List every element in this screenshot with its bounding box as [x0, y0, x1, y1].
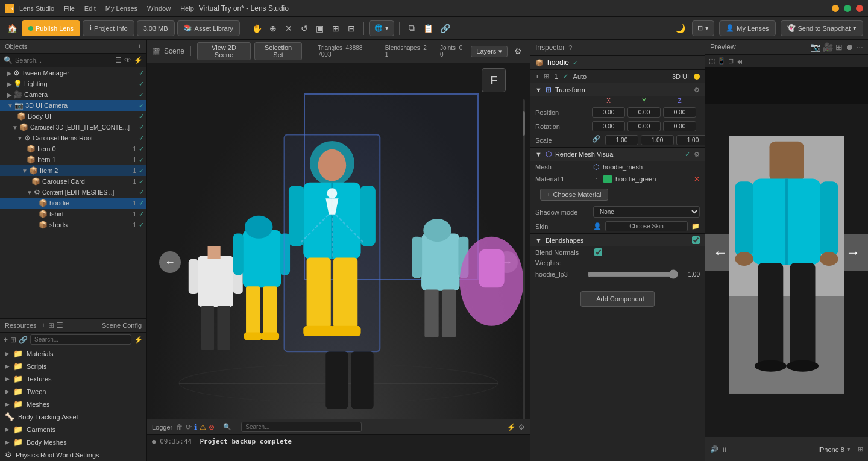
record-icon[interactable]: ⏺	[845, 42, 854, 52]
filter-icon[interactable]: ⚡	[134, 56, 143, 64]
filter-res-icon[interactable]: ⚡	[134, 336, 143, 344]
list-view-icon[interactable]: ☰	[57, 321, 63, 330]
home-icon[interactable]: 🏠	[5, 21, 19, 36]
weight-slider[interactable]	[587, 269, 678, 279]
add-component-icon[interactable]: +	[535, 73, 539, 80]
send-to-snapchat-button[interactable]: 👻 Send to Snapchat ▾	[781, 20, 863, 36]
night-mode-icon[interactable]: 🌙	[673, 21, 687, 36]
paste-icon[interactable]: 📋	[421, 21, 436, 36]
preview-tool-1[interactable]: ⬚	[709, 57, 715, 65]
visibility-check[interactable]: ✓	[139, 113, 144, 121]
maximize-button[interactable]	[844, 5, 851, 12]
tree-item-carousel-card[interactable]: 📦 Carousel Card 1 ✓	[0, 176, 146, 187]
rotate-tool-icon[interactable]: ✕	[281, 21, 296, 36]
rotation-y-input[interactable]	[627, 121, 661, 131]
shadow-mode-select[interactable]: None	[593, 206, 700, 218]
list-view-icon[interactable]: ☰	[115, 56, 122, 64]
info-log-icon[interactable]: ℹ	[194, 423, 197, 431]
visibility-check[interactable]: ✓	[139, 178, 144, 186]
resource-body-meshes[interactable]: ▶ 📁 Body Meshes	[0, 436, 146, 448]
resource-meshes[interactable]: ▶ 📁 Meshes	[0, 398, 146, 410]
scale-z-input[interactable]	[676, 135, 705, 145]
visibility-check[interactable]: ✓	[139, 145, 144, 153]
resource-scripts[interactable]: ▶ 📁 Scripts	[0, 360, 146, 372]
asset-library-button[interactable]: 📚 Asset Library	[177, 20, 240, 36]
warn-log-icon[interactable]: ⚠	[200, 423, 206, 431]
menu-window[interactable]: Window	[147, 5, 171, 12]
scale-y-input[interactable]	[641, 135, 674, 145]
pause-icon[interactable]: ⏸	[721, 446, 728, 453]
view-dropdown[interactable]: 🌐 ▾	[369, 20, 394, 36]
project-info-button[interactable]: ℹ Project Info	[83, 20, 134, 36]
tree-item-camera[interactable]: ▶ 🎥 Camera ✓	[0, 89, 146, 100]
import-icon[interactable]: ⊞	[10, 336, 16, 344]
blendshapes-header[interactable]: ▼ Blendshapes	[530, 234, 705, 246]
add-component-button[interactable]: + Add Component	[580, 291, 654, 307]
menu-lens-studio[interactable]: Lens Studio	[19, 5, 54, 12]
material-delete-icon[interactable]: ✕	[694, 175, 700, 183]
resource-materials[interactable]: ▶ 📁 Materials	[0, 347, 146, 360]
scene-3d-view[interactable]: ← → F	[147, 63, 530, 461]
skin-folder-icon[interactable]: 📁	[691, 222, 700, 230]
scene-settings-icon[interactable]: ⚙	[511, 44, 525, 58]
rotation-x-input[interactable]	[592, 121, 625, 131]
screenshot-icon[interactable]: 📷	[810, 42, 820, 52]
camera-preview-icon[interactable]: 🎥	[823, 42, 833, 52]
logger-search-input[interactable]	[241, 422, 362, 432]
menu-file[interactable]: File	[64, 5, 75, 12]
visibility-check[interactable]: ✓	[139, 167, 144, 175]
resource-textures[interactable]: ▶ 📁 Textures	[0, 372, 146, 385]
inspector-help-icon[interactable]: ?	[568, 44, 572, 51]
tree-item-tween-manager[interactable]: ▶ ⚙ Tween Manager ✓	[0, 67, 146, 78]
select-tool-icon[interactable]: ⊕	[266, 21, 280, 36]
choose-skin-button[interactable]: Choose Skin	[605, 221, 688, 231]
clear-log-icon[interactable]: 🗑	[176, 423, 183, 431]
move-tool-icon[interactable]: ✋	[250, 21, 265, 36]
scale-x-input[interactable]	[605, 135, 638, 145]
link-res-icon[interactable]: 🔗	[19, 336, 28, 344]
visibility-check[interactable]: ✓	[139, 210, 144, 218]
render-mesh-settings-icon[interactable]: ⚙	[694, 151, 700, 158]
menu-help[interactable]: Help	[180, 5, 194, 12]
position-y-input[interactable]	[627, 107, 661, 118]
tree-item-3dui-camera[interactable]: ▼ 📷 3D UI Camera ✓	[0, 100, 146, 111]
resource-garments[interactable]: ▶ 📁 Garments	[0, 423, 146, 436]
resource-body-tracking[interactable]: 🦴 Body Tracking Asset	[0, 410, 146, 423]
visibility-check[interactable]: ✓	[139, 124, 144, 131]
visibility-check[interactable]: ✓	[139, 221, 144, 229]
tree-item-item0[interactable]: 📦 Item 0 1 ✓	[0, 143, 146, 154]
position-x-input[interactable]	[592, 107, 625, 118]
render-mesh-check[interactable]: ✓	[685, 151, 690, 158]
visibility-check[interactable]: ✓	[139, 91, 144, 99]
visibility-check[interactable]: ✓	[139, 80, 144, 88]
tree-item-body-ui[interactable]: 📦 Body UI ✓	[0, 111, 146, 122]
tree-item-carousel3d[interactable]: ▼ 📦 Carousel 3D [EDIT_ITEM_CONTE...] ✓	[0, 122, 146, 133]
more-preview-icon[interactable]: ···	[856, 42, 863, 52]
filter-log-icon[interactable]: ⚡	[507, 423, 516, 431]
blend-normals-check[interactable]	[594, 248, 602, 256]
audio-icon[interactable]: 🔊	[710, 445, 719, 453]
minimize-button[interactable]	[832, 5, 839, 12]
publish-lens-button[interactable]: Publish Lens	[22, 20, 80, 36]
layout-dropdown[interactable]: ⊞ ▾	[692, 20, 714, 36]
settings-log-icon[interactable]: ⚙	[518, 423, 525, 431]
view-2d-scene-button[interactable]: View 2D Scene	[197, 42, 251, 60]
close-button[interactable]	[856, 5, 863, 12]
resource-tween[interactable]: ▶ 📁 Tween	[0, 385, 146, 398]
error-log-icon[interactable]: ⊗	[209, 423, 215, 431]
preview-tool-2[interactable]: 📱	[717, 57, 726, 65]
rect-tool-icon[interactable]: ▣	[313, 21, 327, 36]
scroll-log-icon[interactable]: ⟳	[186, 423, 192, 431]
resource-physics[interactable]: ⚙ Physics Root World Settings	[0, 448, 146, 461]
render-mesh-header[interactable]: ▼ ⬡ Render Mesh Visual ✓ ⚙	[530, 148, 705, 161]
tree-item-shorts[interactable]: 📦 shorts 1 ✓	[0, 219, 146, 230]
rotation-z-input[interactable]	[663, 121, 696, 131]
tree-item-carousel-items-root[interactable]: ▼ ⚙ Carousel Items Root ✓	[0, 133, 146, 143]
scale-link-icon[interactable]: 🔗	[592, 135, 600, 145]
scene-scroll[interactable]	[523, 99, 525, 425]
preview-tool-4[interactable]: ⏮	[736, 58, 743, 65]
visibility-check[interactable]: ✓	[139, 102, 144, 110]
grid-view-icon[interactable]: ⊞	[48, 321, 54, 330]
add-object-icon[interactable]: +	[137, 42, 142, 51]
tree-item-item1[interactable]: 📦 Item 1 1 ✓	[0, 154, 146, 165]
